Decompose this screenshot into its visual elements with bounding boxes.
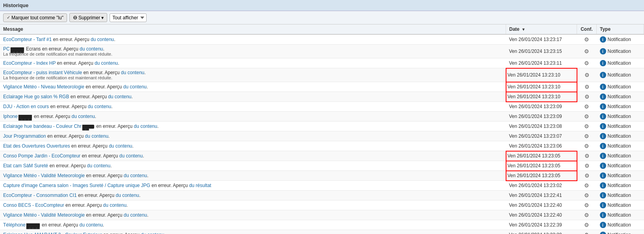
gear-icon[interactable]: ⚙: [584, 84, 590, 90]
content-link[interactable]: du contenu: [85, 133, 108, 139]
message-link[interactable]: Jour Programmation: [3, 133, 46, 139]
gear-icon[interactable]: ⚙: [584, 163, 590, 169]
col-conf-header: Conf.: [577, 24, 597, 34]
message-link[interactable]: Téléphone: [3, 222, 26, 228]
notification-icon: i: [600, 182, 606, 189]
message-link[interactable]: Vigilance Météo - Niveau Meteorologie: [3, 84, 84, 90]
gear-icon[interactable]: ⚙: [584, 123, 589, 129]
date-cell: Ven 26/01/2024 13:23:08: [506, 122, 577, 131]
table-row: EcoCompteur - Index HP en erreur. Aperçu…: [0, 58, 644, 68]
gear-icon[interactable]: ⚙: [584, 232, 589, 234]
notification-label: Notification: [608, 143, 631, 149]
message-cell: EcoCompteur - Consommation CI1 en erreur…: [0, 191, 506, 200]
notification-icon: i: [600, 103, 606, 110]
notification-label: Notification: [608, 37, 631, 42]
content-link[interactable]: du contenu: [124, 173, 147, 178]
content-link[interactable]: du contenu: [103, 202, 126, 208]
gear-icon[interactable]: ⚙: [584, 153, 590, 159]
type-cell: iNotification: [597, 220, 644, 230]
message-link[interactable]: Eclairage hue bandeau - Couleur Chr██: [3, 124, 95, 129]
gear-icon[interactable]: ⚙: [584, 192, 589, 198]
gear-icon[interactable]: ⚙: [584, 143, 589, 149]
notification-icon: i: [600, 143, 606, 149]
message-middle: en erreur. Aperçu: [69, 94, 108, 99]
gear-icon[interactable]: ⚙: [584, 182, 589, 189]
conf-cell: ⚙: [577, 141, 597, 151]
gear-icon[interactable]: ⚙: [584, 94, 590, 100]
content-link[interactable]: du contenu: [119, 153, 143, 159]
mark-read-button[interactable]: ✓ Marquer tout comme "lu": [3, 13, 67, 22]
message-link[interactable]: PC: [3, 46, 10, 52]
content-link[interactable]: du contenu: [141, 232, 164, 234]
message-link[interactable]: EcoCompteur - Consommation CI1: [3, 193, 77, 198]
content-link[interactable]: du contenu: [79, 222, 102, 228]
date-cell: Ven 26/01/2024 13:22:40: [506, 200, 577, 210]
content-link[interactable]: du résultat: [189, 183, 211, 188]
notification-label: Notification: [608, 124, 631, 129]
message-cell: Vigilance Météo - Validité Meteorologie …: [0, 210, 506, 220]
date-cell: Ven 26/01/2024 13:23:05: [506, 161, 577, 171]
sub-message: La fréquence de cette notification est m…: [3, 75, 503, 80]
content-link[interactable]: du contenu: [108, 94, 131, 99]
message-link[interactable]: EcoCompteur - puiss instant Véhicule: [3, 70, 82, 75]
message-link[interactable]: Conso BECS - EcoCompteur: [3, 202, 64, 208]
gear-icon[interactable]: ⚙: [584, 202, 589, 208]
gear-icon[interactable]: ⚙: [584, 212, 589, 218]
gear-icon[interactable]: ⚙: [584, 36, 589, 43]
content-link[interactable]: du contenu: [121, 70, 144, 75]
gear-icon[interactable]: ⚙: [584, 222, 589, 228]
message-middle: en erreur. Aperçu: [85, 212, 124, 218]
type-cell: iNotification: [597, 131, 644, 141]
conf-cell: ⚙: [577, 45, 597, 58]
content-link[interactable]: du contenu: [115, 193, 139, 198]
date-cell: Ven 26/01/2024 13:23:02: [506, 181, 577, 191]
message-link[interactable]: Eclairage Hue go salon % RGB: [3, 94, 69, 99]
message-link[interactable]: Capture d'image Camera salon - Images Su…: [3, 183, 150, 188]
content-link[interactable]: du contenu: [123, 84, 147, 90]
message-link[interactable]: DJU - Action en cours: [3, 104, 49, 109]
minus-icon: ⊖: [73, 15, 77, 21]
message-link[interactable]: Etat cam SàM Sureté: [3, 163, 48, 168]
content-link[interactable]: du contenu: [71, 114, 95, 119]
filter-select[interactable]: Tout afficher Non lu Lu: [110, 13, 147, 22]
type-cell: iNotification: [597, 112, 644, 122]
type-cell: iNotification: [597, 122, 644, 131]
message-link[interactable]: EcoCompteur - Tarif #1: [3, 37, 52, 42]
date-cell: Ven 26/01/2024 13:23:05: [506, 171, 577, 181]
date-cell: Ven 26/01/2024 13:23:17: [506, 34, 577, 45]
gear-icon[interactable]: ⚙: [584, 103, 589, 110]
col-date-header[interactable]: Date ▼: [506, 24, 577, 34]
message-cell: Conso Pompe Jardin - EcoCompteur en erre…: [0, 151, 506, 161]
content-link[interactable]: du contenu: [87, 163, 110, 168]
notification-icon: i: [600, 222, 606, 228]
gear-icon[interactable]: ⚙: [584, 172, 590, 179]
gear-icon[interactable]: ⚙: [584, 48, 589, 54]
gear-icon[interactable]: ⚙: [584, 113, 589, 120]
table-container: Message Date ▼ Conf. Type EcoCompteur - …: [0, 24, 644, 234]
date-cell: Ven 26/01/2024 13:23:05: [506, 151, 577, 161]
notification-icon: i: [600, 123, 606, 129]
message-link[interactable]: Iphone: [3, 114, 18, 119]
content-link[interactable]: du contenu: [88, 104, 111, 109]
notification-icon: i: [600, 153, 606, 159]
notification-icon: i: [600, 113, 606, 120]
content-link[interactable]: du contenu: [80, 46, 103, 52]
message-cell: Vigilance Météo - Niveau Meteorologie en…: [0, 82, 506, 92]
message-link[interactable]: Vigilance Météo - Validité Meteorologie: [3, 212, 85, 218]
message-link[interactable]: Etat des Ouvertures Ouvertures: [3, 143, 70, 149]
content-link[interactable]: du contenu: [124, 212, 147, 218]
gear-icon[interactable]: ⚙: [584, 60, 589, 66]
gear-icon[interactable]: ⚙: [584, 133, 589, 139]
message-link[interactable]: Eclairage Hue AMARANT 2 - Couleur Exteri…: [3, 232, 102, 234]
content-link[interactable]: du contenu: [95, 60, 118, 66]
delete-button[interactable]: ⊖ Supprimer ▾: [69, 13, 107, 22]
message-link[interactable]: Conso Pompe Jardin - EcoCompteur: [3, 153, 80, 159]
message-link[interactable]: Vigilance Météo - Validité Meteorologie: [3, 173, 85, 178]
conf-cell: ⚙: [577, 122, 597, 131]
content-link[interactable]: du contenu: [109, 143, 132, 149]
message-middle: en erreur. Aperçu: [49, 104, 88, 109]
content-link[interactable]: du contenu: [91, 37, 114, 42]
message-link[interactable]: EcoCompteur - Index HP: [3, 60, 56, 66]
content-link[interactable]: du contenu: [134, 124, 157, 129]
gear-icon[interactable]: ⚙: [584, 72, 590, 78]
